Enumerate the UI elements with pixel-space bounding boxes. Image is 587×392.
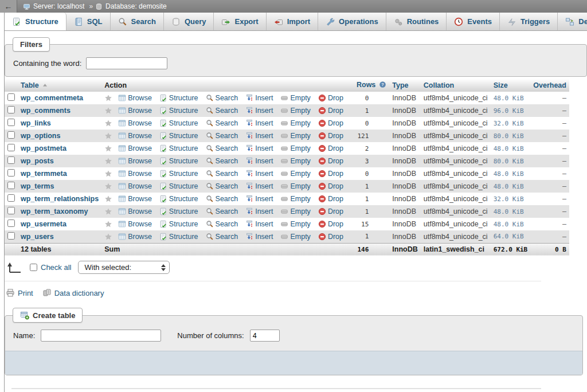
table-name-link[interactable]: wp_postmeta xyxy=(21,144,66,152)
action-empty-link[interactable]: Empty xyxy=(280,170,310,178)
table-name-link[interactable]: wp_comments xyxy=(21,107,71,115)
action-empty-link[interactable]: Empty xyxy=(280,119,310,127)
action-empty-link[interactable]: Empty xyxy=(280,107,310,115)
action-insert-link[interactable]: Insert xyxy=(245,132,273,140)
action-browse-link[interactable]: Browse xyxy=(118,170,152,178)
row-checkbox[interactable] xyxy=(7,156,15,164)
header-rows[interactable]: Rows? xyxy=(354,79,389,92)
action-insert-link[interactable]: Insert xyxy=(245,195,273,203)
favorite-star-icon[interactable] xyxy=(104,195,112,203)
action-empty-link[interactable]: Empty xyxy=(280,157,310,165)
table-name-input[interactable] xyxy=(41,330,161,342)
row-checkbox[interactable] xyxy=(7,144,15,151)
action-browse-link[interactable]: Browse xyxy=(118,144,152,152)
action-insert-link[interactable]: Insert xyxy=(245,107,273,115)
action-empty-link[interactable]: Empty xyxy=(280,233,310,241)
header-size[interactable]: Size xyxy=(491,79,531,92)
action-drop-link[interactable]: Drop xyxy=(318,170,343,178)
tab-triggers[interactable]: Triggers xyxy=(500,13,558,30)
back-button[interactable]: ← xyxy=(0,0,17,13)
row-checkbox[interactable] xyxy=(7,207,15,214)
action-search-link[interactable]: Search xyxy=(206,220,238,228)
data-dictionary-link[interactable]: Data dictionary xyxy=(42,288,104,297)
action-search-link[interactable]: Search xyxy=(206,207,238,215)
action-search-link[interactable]: Search xyxy=(206,233,238,241)
action-structure-link[interactable]: Structure xyxy=(159,233,198,241)
action-browse-link[interactable]: Browse xyxy=(118,220,152,228)
table-name-link[interactable]: wp_options xyxy=(21,132,60,140)
action-empty-link[interactable]: Empty xyxy=(280,195,310,203)
favorite-star-icon[interactable] xyxy=(104,207,112,215)
with-selected-dropdown[interactable]: With selected: xyxy=(78,261,170,274)
action-drop-link[interactable]: Drop xyxy=(318,220,343,228)
action-search-link[interactable]: Search xyxy=(206,119,238,127)
check-all[interactable]: Check all xyxy=(30,263,71,272)
action-browse-link[interactable]: Browse xyxy=(118,119,152,127)
action-empty-link[interactable]: Empty xyxy=(280,94,310,102)
row-checkbox[interactable] xyxy=(7,106,15,113)
header-type[interactable]: Type xyxy=(389,79,420,92)
tab-query[interactable]: Query xyxy=(164,13,214,30)
row-checkbox[interactable] xyxy=(7,194,15,202)
action-browse-link[interactable]: Browse xyxy=(118,182,152,190)
check-all-checkbox[interactable] xyxy=(30,264,37,271)
action-drop-link[interactable]: Drop xyxy=(318,207,343,215)
columns-count-input[interactable] xyxy=(250,330,280,342)
action-browse-link[interactable]: Browse xyxy=(118,94,152,102)
action-insert-link[interactable]: Insert xyxy=(245,220,273,228)
print-link[interactable]: Print xyxy=(6,288,33,297)
action-insert-link[interactable]: Insert xyxy=(245,119,273,127)
action-structure-link[interactable]: Structure xyxy=(159,170,198,178)
tab-import[interactable]: Import xyxy=(267,13,318,30)
action-structure-link[interactable]: Structure xyxy=(159,144,198,152)
action-insert-link[interactable]: Insert xyxy=(245,157,273,165)
action-drop-link[interactable]: Drop xyxy=(318,182,343,190)
row-checkbox[interactable] xyxy=(7,232,15,240)
table-name-link[interactable]: wp_links xyxy=(21,119,51,127)
action-structure-link[interactable]: Structure xyxy=(159,195,198,203)
table-name-link[interactable]: wp_term_taxonomy xyxy=(21,207,88,215)
action-structure-link[interactable]: Structure xyxy=(159,119,198,127)
table-name-link[interactable]: wp_term_relationships xyxy=(21,195,99,203)
header-collation[interactable]: Collation xyxy=(421,79,491,92)
tab-operations[interactable]: Operations xyxy=(318,13,386,30)
action-browse-link[interactable]: Browse xyxy=(118,132,152,140)
action-drop-link[interactable]: Drop xyxy=(318,119,343,127)
table-name-link[interactable]: wp_users xyxy=(21,233,54,241)
tab-structure[interactable]: Structure xyxy=(5,13,66,30)
action-structure-link[interactable]: Structure xyxy=(159,220,198,228)
favorite-star-icon[interactable] xyxy=(104,233,112,241)
header-table[interactable]: Table xyxy=(18,79,101,92)
favorite-star-icon[interactable] xyxy=(104,220,112,228)
action-search-link[interactable]: Search xyxy=(206,94,238,102)
header-overhead[interactable]: Overhead xyxy=(530,79,569,92)
action-browse-link[interactable]: Browse xyxy=(118,157,152,165)
action-empty-link[interactable]: Empty xyxy=(280,144,310,152)
action-search-link[interactable]: Search xyxy=(206,157,238,165)
action-insert-link[interactable]: Insert xyxy=(245,233,273,241)
action-empty-link[interactable]: Empty xyxy=(280,220,310,228)
row-checkbox[interactable] xyxy=(7,219,15,227)
favorite-star-icon[interactable] xyxy=(104,182,112,190)
action-empty-link[interactable]: Empty xyxy=(280,207,310,215)
favorite-star-icon[interactable] xyxy=(104,132,112,140)
breadcrumb-server[interactable]: Server: localhost xyxy=(33,2,84,10)
tab-search[interactable]: Search xyxy=(111,13,164,30)
action-insert-link[interactable]: Insert xyxy=(245,144,273,152)
action-structure-link[interactable]: Structure xyxy=(159,182,198,190)
action-structure-link[interactable]: Structure xyxy=(159,207,198,215)
action-structure-link[interactable]: Structure xyxy=(159,94,198,102)
favorite-star-icon[interactable] xyxy=(104,94,112,102)
action-insert-link[interactable]: Insert xyxy=(245,170,273,178)
action-drop-link[interactable]: Drop xyxy=(318,157,343,165)
action-insert-link[interactable]: Insert xyxy=(245,182,273,190)
action-insert-link[interactable]: Insert xyxy=(245,94,273,102)
action-drop-link[interactable]: Drop xyxy=(318,195,343,203)
row-checkbox[interactable] xyxy=(7,93,15,101)
action-search-link[interactable]: Search xyxy=(206,132,238,140)
action-structure-link[interactable]: Structure xyxy=(159,157,198,165)
favorite-star-icon[interactable] xyxy=(104,107,112,115)
action-browse-link[interactable]: Browse xyxy=(118,207,152,215)
action-empty-link[interactable]: Empty xyxy=(280,132,310,140)
action-structure-link[interactable]: Structure xyxy=(159,107,198,115)
